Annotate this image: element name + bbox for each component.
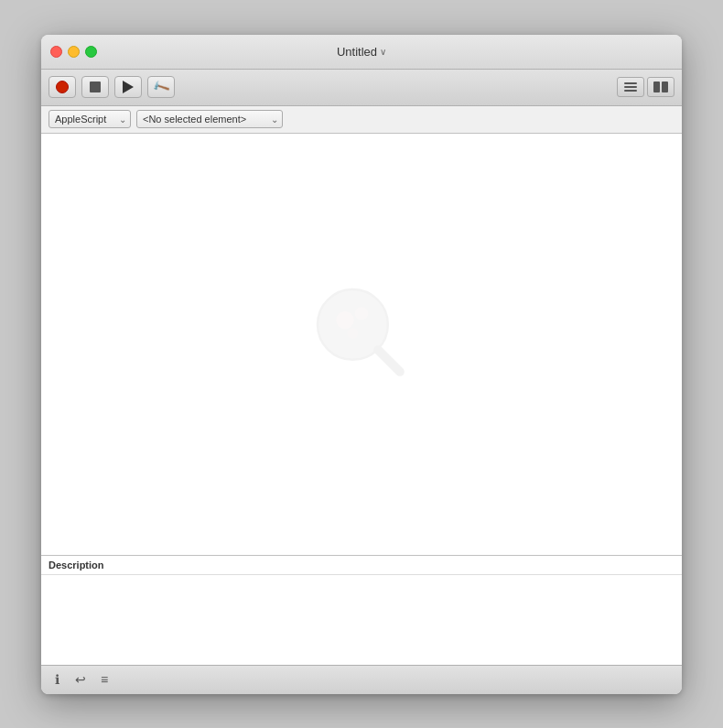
list-button[interactable]: ≡	[96, 671, 113, 688]
language-label: AppleScript	[55, 114, 106, 125]
single-view-icon	[624, 82, 637, 92]
bottom-bar: ℹ ↩ ≡	[41, 665, 682, 694]
element-selector[interactable]: <No selected element>	[136, 110, 283, 128]
title-label: Untitled	[337, 45, 377, 59]
close-button[interactable]	[50, 46, 62, 58]
view-toggle-group	[617, 77, 674, 97]
reply-icon: ↩	[75, 672, 86, 687]
selector-bar: AppleScript <No selected element>	[41, 106, 682, 134]
main-area: Description	[41, 134, 682, 665]
svg-point-1	[336, 311, 353, 329]
maximize-button[interactable]	[85, 46, 97, 58]
app-window: Untitled ∨ 🔨	[41, 35, 682, 694]
title-chevron-icon: ∨	[380, 47, 386, 57]
reply-button[interactable]: ↩	[72, 671, 89, 688]
toolbar: 🔨	[41, 70, 682, 106]
script-editor[interactable]	[41, 134, 682, 555]
stop-button[interactable]	[81, 76, 109, 98]
record-button[interactable]	[49, 76, 76, 98]
minimize-button[interactable]	[68, 46, 80, 58]
run-button[interactable]	[114, 76, 142, 98]
window-title: Untitled ∨	[337, 45, 386, 59]
view-single-button[interactable]	[617, 77, 644, 97]
info-button[interactable]: ℹ	[49, 671, 65, 688]
traffic-lights	[41, 46, 97, 58]
description-header: Description	[41, 556, 682, 575]
svg-point-3	[347, 328, 358, 339]
title-bar: Untitled ∨	[41, 35, 682, 70]
svg-line-4	[378, 350, 400, 372]
stop-icon	[90, 81, 101, 92]
split-view-icon	[653, 81, 668, 92]
description-content	[41, 575, 682, 582]
play-icon	[123, 81, 134, 93]
view-split-button[interactable]	[647, 77, 674, 97]
magnifier-icon	[307, 278, 416, 388]
record-icon	[56, 81, 69, 93]
list-icon: ≡	[101, 672, 108, 687]
hammer-icon: 🔨	[151, 78, 170, 97]
empty-placeholder	[307, 278, 416, 388]
info-icon: ℹ	[55, 672, 59, 687]
language-selector[interactable]: AppleScript	[49, 110, 131, 128]
svg-point-2	[355, 307, 368, 320]
compile-button[interactable]: 🔨	[147, 76, 175, 98]
description-area: Description	[41, 555, 682, 665]
element-label: <No selected element>	[143, 114, 246, 125]
